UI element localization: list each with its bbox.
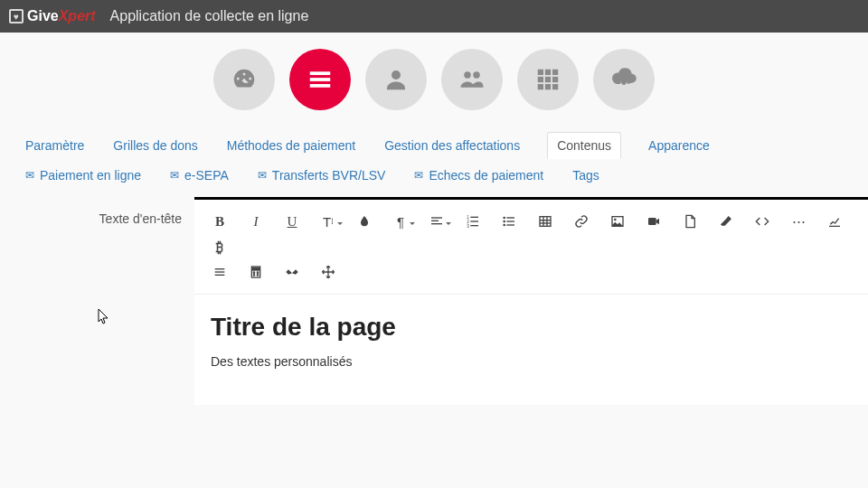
chart-button[interactable] <box>816 209 853 234</box>
text-color-button[interactable] <box>346 209 382 234</box>
svg-rect-10 <box>545 77 551 82</box>
svg-rect-11 <box>552 77 558 82</box>
handshake-icon <box>285 265 299 279</box>
svg-rect-21 <box>470 221 478 221</box>
table-button[interactable] <box>527 209 563 234</box>
tab-bvrlsv[interactable]: ✉Transferts BVR/LSV <box>256 164 388 186</box>
svg-rect-8 <box>552 70 558 75</box>
brand-logo[interactable]: ♥ GiveXpert <box>9 8 96 24</box>
italic-button[interactable]: I <box>238 209 274 234</box>
svg-rect-1 <box>310 78 331 81</box>
nav-menu[interactable] <box>289 49 351 110</box>
cloud-download-icon <box>610 66 637 93</box>
rich-text-editor: B I U T⁞ ¶ 123 ⋯ ₿ <box>194 197 868 405</box>
tab-label: e-SEPA <box>184 168 229 183</box>
file-button[interactable] <box>672 209 708 234</box>
brand-text-a: Give <box>27 8 59 23</box>
tab-apparence[interactable]: Apparence <box>646 135 712 156</box>
tab-methodes[interactable]: Méthodes de paiement <box>225 135 357 156</box>
envelope-icon: ✉ <box>258 169 267 182</box>
tab-label: Gestion des affectations <box>384 138 520 153</box>
tab-gestion[interactable]: Gestion des affectations <box>382 135 522 156</box>
tab-label: Apparence <box>648 138 710 153</box>
editor-toolbar: B I U T⁞ ¶ 123 ⋯ ₿ <box>194 200 868 295</box>
video-icon <box>646 214 661 229</box>
field-label: Texte d'en-tête <box>27 197 194 226</box>
svg-rect-13 <box>545 84 551 89</box>
svg-rect-39 <box>215 271 225 272</box>
svg-rect-38 <box>215 268 225 269</box>
editor-heading[interactable]: Titre de la page <box>211 313 852 342</box>
tab-contenus[interactable]: Contenus <box>547 132 621 159</box>
more-button[interactable]: ⋯ <box>780 209 816 234</box>
eraser-button[interactable] <box>708 209 744 234</box>
align-icon <box>429 214 444 229</box>
svg-rect-30 <box>540 217 551 227</box>
nav-user[interactable] <box>365 49 427 110</box>
group-icon <box>458 66 486 93</box>
tab-label: Paramètre <box>25 138 84 153</box>
svg-rect-40 <box>215 275 225 276</box>
svg-point-3 <box>392 70 401 80</box>
image-button[interactable] <box>599 209 636 234</box>
tab-esepa[interactable]: ✉e-SEPA <box>168 164 231 186</box>
font-size-button[interactable]: T⁞ <box>310 209 346 234</box>
video-button[interactable] <box>636 209 672 234</box>
code-icon <box>755 214 769 229</box>
nav-group[interactable] <box>441 49 503 110</box>
editor-paragraph[interactable]: Des textes personnalisés <box>211 354 852 369</box>
nav-grid[interactable] <box>517 49 579 110</box>
hamburger-icon <box>307 66 334 93</box>
tab-echecs[interactable]: ✉Echecs de paiement <box>412 164 545 186</box>
svg-rect-2 <box>310 84 331 88</box>
header-text-field: Texte d'en-tête B I U T⁞ ¶ 123 ⋯ <box>27 197 868 405</box>
svg-rect-25 <box>506 217 514 218</box>
handshake-button[interactable] <box>274 259 310 285</box>
bold-button[interactable]: B <box>202 209 238 234</box>
content-area: Texte d'en-tête B I U T⁞ ¶ 123 ⋯ <box>0 197 868 405</box>
svg-rect-14 <box>552 84 558 89</box>
eraser-icon <box>719 214 733 229</box>
underline-button[interactable]: U <box>274 209 310 234</box>
tab-label: Echecs de paiement <box>429 168 543 183</box>
tab-label: Transferts BVR/LSV <box>272 168 386 183</box>
nav-dashboard[interactable] <box>213 49 275 110</box>
brand-text: GiveXpert <box>27 8 96 24</box>
bitcoin-button[interactable]: ₿ <box>202 234 238 259</box>
table-icon <box>538 214 552 229</box>
move-button[interactable] <box>310 259 346 285</box>
tab-label: Méthodes de paiement <box>227 138 355 153</box>
tab-tags[interactable]: Tags <box>571 164 601 186</box>
tab-label: Tags <box>572 168 599 183</box>
svg-rect-19 <box>470 217 478 218</box>
tab-parametre[interactable]: Paramètre <box>24 135 86 156</box>
ordered-list-button[interactable]: 123 <box>455 209 491 234</box>
chart-icon <box>827 214 842 229</box>
svg-rect-42 <box>253 267 259 270</box>
svg-point-44 <box>257 272 258 273</box>
lines-button[interactable] <box>202 259 238 285</box>
ul-icon <box>502 214 516 229</box>
calculator-icon <box>249 265 263 279</box>
paragraph-format-button[interactable]: ¶ <box>382 209 419 234</box>
tab-label: Grilles de dons <box>113 138 197 153</box>
svg-rect-37 <box>648 218 656 225</box>
svg-rect-23 <box>470 225 478 226</box>
editor-body[interactable]: Titre de la page Des textes personnalisé… <box>194 295 868 405</box>
svg-rect-9 <box>538 77 543 82</box>
align-button[interactable] <box>419 209 455 234</box>
link-button[interactable] <box>563 209 599 234</box>
calculator-button[interactable] <box>238 259 274 285</box>
svg-point-46 <box>257 275 258 276</box>
grid-icon <box>534 66 561 93</box>
nav-circles <box>0 33 868 132</box>
code-view-button[interactable] <box>744 209 780 234</box>
user-icon <box>382 66 410 93</box>
tab-grilles[interactable]: Grilles de dons <box>111 135 199 156</box>
tab-paiement[interactable]: ✉Paiement en ligne <box>24 164 143 186</box>
tab-label: Contenus <box>557 138 611 153</box>
brand-text-b: Xpert <box>59 8 96 23</box>
lines-icon <box>212 265 227 279</box>
unordered-list-button[interactable] <box>491 209 527 234</box>
nav-download[interactable] <box>593 49 655 110</box>
